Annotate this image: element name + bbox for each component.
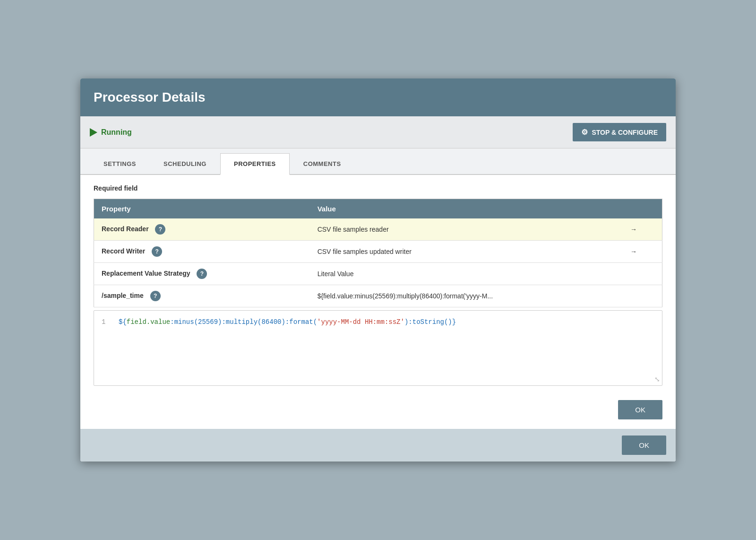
required-field-label: Required field xyxy=(94,184,662,192)
dialog-title: Processor Details xyxy=(94,90,662,105)
tab-settings[interactable]: SETTINGS xyxy=(90,153,150,174)
prop-value-sample-time: ${field.value:minus(25569):multiply(8640… xyxy=(310,285,606,307)
outer-footer: OK xyxy=(80,429,676,462)
ok-button-inner[interactable]: OK xyxy=(618,400,662,419)
toolbar: Running ⚙ STOP & CONFIGURE xyxy=(80,116,676,148)
tab-comments[interactable]: COMMENTS xyxy=(290,153,355,174)
column-property: Property xyxy=(94,199,310,219)
prop-name-replacement: Replacement Value Strategy ? xyxy=(94,263,310,285)
main-content: Required field Property Value Record Rea… xyxy=(80,175,676,429)
code-segment-6: ):toString()} xyxy=(404,318,456,326)
prop-arrow-sample-time xyxy=(605,285,662,307)
properties-table: Property Value Record Reader ? CSV file … xyxy=(94,199,662,307)
prop-arrow-record-writer[interactable]: → xyxy=(605,241,662,263)
processor-details-dialog: Processor Details Running ⚙ STOP & CONFI… xyxy=(80,78,676,462)
table-row: Replacement Value Strategy ? Literal Val… xyxy=(94,263,662,285)
table-row: Record Writer ? CSV file samples updated… xyxy=(94,241,662,263)
column-value: Value xyxy=(310,199,662,219)
dialog-header: Processor Details xyxy=(80,78,676,116)
prop-arrow-record-reader[interactable]: → xyxy=(605,218,662,241)
help-icon-sample-time[interactable]: ? xyxy=(150,291,161,301)
help-icon-replacement[interactable]: ? xyxy=(197,269,207,279)
prop-value-replacement: Literal Value xyxy=(310,263,606,285)
code-line: 1 ${field.value:minus(25569):multiply(86… xyxy=(102,318,654,326)
code-content: ${field.value:minus(25569):multiply(8640… xyxy=(119,318,654,326)
code-segment-5: 'yyyy-MM-dd HH:mm:ssZ' xyxy=(317,318,404,326)
prop-name-record-reader: Record Reader ? xyxy=(94,218,310,241)
status-label: Running xyxy=(101,128,132,137)
table-row: /sample_time ? ${field.value:minus(25569… xyxy=(94,285,662,307)
tab-properties[interactable]: PROPERTIES xyxy=(220,153,290,175)
help-icon-record-writer[interactable]: ? xyxy=(152,246,162,257)
code-segment-4: format( xyxy=(289,318,317,326)
line-number: 1 xyxy=(102,318,111,326)
play-icon xyxy=(90,128,97,137)
code-segment-3: :minus(25569):multiply(86400): xyxy=(170,318,289,326)
code-segment-1: ${ xyxy=(119,318,127,326)
table-row: Record Reader ? CSV file samples reader … xyxy=(94,218,662,241)
stop-configure-label: STOP & CONFIGURE xyxy=(592,129,658,136)
stop-configure-button[interactable]: ⚙ STOP & CONFIGURE xyxy=(573,123,666,141)
status-indicator: Running xyxy=(90,128,132,137)
prop-name-record-writer: Record Writer ? xyxy=(94,241,310,263)
prop-value-record-writer: CSV file samples updated writer xyxy=(310,241,606,263)
resize-handle[interactable]: ⤡ xyxy=(654,375,660,383)
help-icon-record-reader[interactable]: ? xyxy=(155,224,165,235)
tab-scheduling[interactable]: SCHEDULING xyxy=(150,153,220,174)
gear-icon: ⚙ xyxy=(581,128,588,137)
code-editor[interactable]: 1 ${field.value:minus(25569):multiply(86… xyxy=(94,310,662,386)
ok-button-outer[interactable]: OK xyxy=(622,435,666,455)
tabs-row: SETTINGS SCHEDULING PROPERTIES COMMENTS xyxy=(80,153,676,175)
prop-arrow-replacement xyxy=(605,263,662,285)
prop-value-record-reader: CSV file samples reader xyxy=(310,218,606,241)
prop-name-sample-time: /sample_time ? xyxy=(94,285,310,307)
code-segment-2: field.value xyxy=(127,318,170,326)
